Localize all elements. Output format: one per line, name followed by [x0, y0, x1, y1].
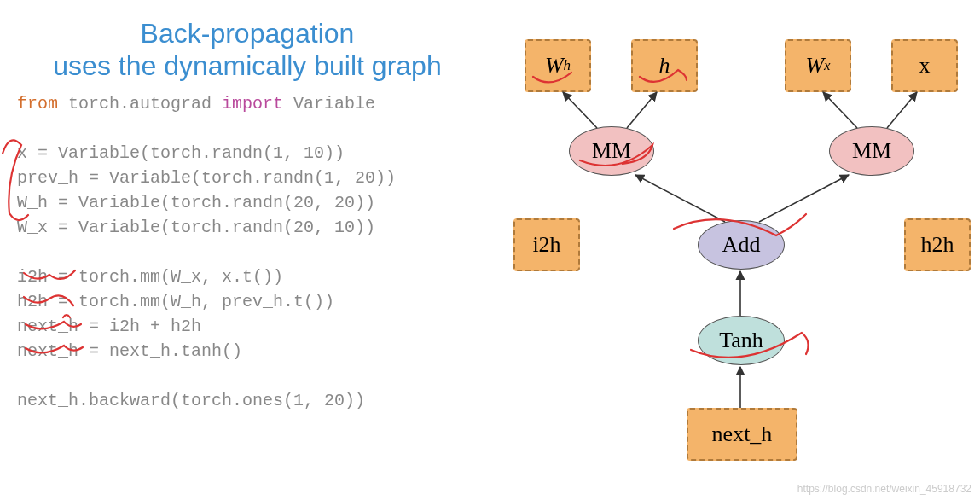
node-Wh: Wh — [525, 39, 591, 92]
code-t1: torch.autograd — [58, 94, 222, 113]
node-mm-right: MM — [829, 126, 914, 176]
mm2-label: MM — [852, 138, 891, 164]
svg-line-2 — [823, 92, 857, 128]
code-l5: W_h = Variable(torch.randn(20, 20)) — [17, 193, 375, 212]
title-line-2: uses the dynamically built graph — [53, 50, 441, 81]
code-l10: next_h = i2h + h2h — [17, 317, 201, 336]
diagram-panel: Wh h Wx x MM MM i2h Add h2h Tanh — [478, 0, 980, 500]
nexth-label: next_h — [712, 422, 773, 447]
Wx-main: W — [805, 53, 824, 78]
node-tanh: Tanh — [698, 316, 785, 365]
node-mm-left: MM — [569, 126, 654, 176]
svg-line-1 — [627, 92, 657, 128]
tanh-label: Tanh — [719, 328, 763, 353]
svg-line-4 — [635, 175, 725, 222]
node-next-h: next_h — [687, 408, 797, 461]
svg-line-0 — [563, 92, 597, 128]
node-h: h — [631, 39, 698, 92]
slide-title: Back-propagation uses the dynamically bu… — [17, 17, 478, 83]
svg-line-3 — [887, 92, 917, 128]
code-l4: prev_h = Variable(torch.randn(1, 20)) — [17, 168, 396, 188]
code-l13: next_h.backward(torch.ones(1, 20)) — [17, 391, 365, 410]
code-block: from torch.autograd import Variable x = … — [17, 91, 478, 413]
left-panel: Back-propagation uses the dynamically bu… — [0, 0, 478, 500]
title-line-1: Back-propagation — [141, 18, 355, 49]
h-label: h — [659, 53, 670, 78]
watermark: https://blog.csdn.net/weixin_45918732 — [797, 483, 971, 495]
node-add: Add — [698, 220, 785, 270]
kw-import: import — [222, 94, 283, 113]
x-label: x — [919, 53, 931, 78]
node-i2h: i2h — [513, 218, 580, 271]
h2h-label: h2h — [921, 232, 954, 258]
Wh-main: W — [545, 53, 564, 78]
code-l3: x = Variable(torch.randn(1, 10)) — [17, 143, 345, 163]
code-l11: next_h = next_h.tanh() — [17, 341, 242, 361]
mm1-label: MM — [592, 138, 631, 164]
Wx-sub: x — [824, 57, 831, 74]
code-l6: W_x = Variable(torch.randn(20, 10)) — [17, 218, 375, 237]
i2h-label: i2h — [532, 232, 560, 258]
kw-from: from — [17, 94, 58, 113]
node-x: x — [891, 39, 958, 92]
node-Wx: Wx — [785, 39, 851, 92]
node-h2h: h2h — [904, 218, 971, 271]
code-t2: Variable — [283, 94, 375, 113]
Wh-sub: h — [564, 57, 571, 74]
code-l9: h2h = torch.mm(W_h, prev_h.t()) — [17, 292, 334, 311]
code-l8: i2h = torch.mm(W_x, x.t()) — [17, 267, 283, 287]
svg-line-5 — [759, 175, 849, 222]
add-label: Add — [722, 232, 761, 258]
